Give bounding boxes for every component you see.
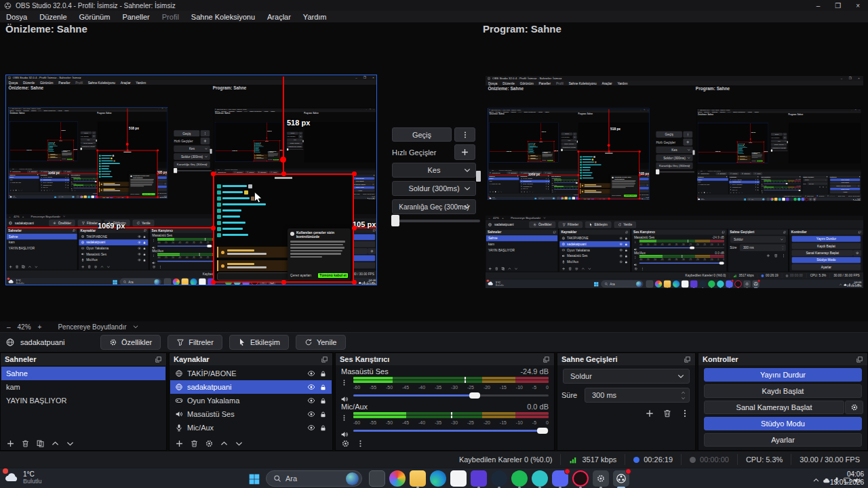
selection-handle[interactable] <box>281 280 286 285</box>
selection-handle[interactable] <box>352 280 357 285</box>
studio-mode-button[interactable]: Stüdyo Modu <box>704 417 862 430</box>
add-transition-button[interactable] <box>645 409 654 418</box>
preview-canvas[interactable]: OBS Studio 32.0.4 - Profil: İsimsiz - Sa… <box>5 75 377 285</box>
menu-duzenle[interactable]: Düzenle <box>33 13 73 21</box>
weather-widget[interactable]: 1°CBulutlu <box>4 470 42 485</box>
menu-sahne-koleksiyonu[interactable]: Sahne Koleksiyonu <box>185 13 261 21</box>
source-item-mic-aux[interactable]: Mic/Aux <box>170 421 332 434</box>
selection-handle[interactable] <box>352 226 357 230</box>
scene-item-sahne[interactable]: Sahne <box>1 367 165 380</box>
source-item-oyun-yakalama[interactable]: Oyun Yakalama <box>170 394 332 407</box>
app-icon[interactable] <box>532 470 548 487</box>
close-button[interactable]: × <box>856 2 860 9</box>
scene-filters-button[interactable] <box>36 439 45 448</box>
move-scene-down-button[interactable] <box>66 439 75 448</box>
selection-handle[interactable] <box>281 171 286 176</box>
mixer-settings-button[interactable] <box>341 439 350 448</box>
task-view-icon[interactable] <box>369 470 385 487</box>
scene-item-yayin-basliyor[interactable]: YAYIN BAŞLIYOR <box>1 394 165 407</box>
game-app-icon[interactable] <box>471 470 487 487</box>
zoom-out-button[interactable]: – <box>7 323 11 331</box>
remove-transition-button[interactable] <box>663 409 672 418</box>
duration-spinbox[interactable]: 300 ms <box>585 388 690 403</box>
properties-button[interactable]: Özellikler <box>100 335 161 350</box>
selection-handle[interactable] <box>211 171 216 176</box>
quick-transition-fade[interactable]: Soldur (300ms) <box>392 181 476 196</box>
transition-select[interactable]: Soldur <box>563 369 690 384</box>
move-source-down-button[interactable] <box>235 439 243 448</box>
lock-icon[interactable] <box>319 411 327 418</box>
lock-icon[interactable] <box>319 424 327 432</box>
program-canvas[interactable]: OBS Studio 32.0.4 - Profil: İsimsiz - Sa… <box>486 76 863 288</box>
channel-menu-icon[interactable] <box>340 411 348 424</box>
add-scene-button[interactable] <box>6 439 15 448</box>
spotify-icon[interactable] <box>511 470 528 487</box>
filters-button[interactable]: Filtreler <box>167 335 222 350</box>
edge-browser-icon[interactable] <box>430 470 446 487</box>
quick-transition-cut[interactable]: Kes <box>392 163 476 178</box>
lock-icon[interactable] <box>319 384 327 391</box>
start-button[interactable] <box>248 472 260 485</box>
move-source-up-button[interactable] <box>220 439 229 448</box>
selection-handle[interactable] <box>352 171 357 176</box>
selection-handle[interactable] <box>211 226 216 230</box>
menu-gorunum[interactable]: Görünüm <box>73 13 117 21</box>
transition-props-button[interactable] <box>680 409 690 418</box>
menu-dosya[interactable]: Dosya <box>0 13 33 21</box>
source-item-masaustu-ses[interactable]: Masaüstü Ses <box>170 407 332 421</box>
source-item-takip-abone[interactable]: TAKİP/ABONE <box>170 367 332 380</box>
title-bar[interactable]: OBS Studio 32.0.4 - Profil: İsimsiz - Sa… <box>0 0 868 11</box>
add-source-button[interactable] <box>175 439 184 448</box>
file-explorer-icon[interactable] <box>410 470 426 487</box>
remove-source-button[interactable] <box>190 439 199 448</box>
taskbar-clock[interactable]: 04:06 19.01.2026 <box>830 470 864 487</box>
discord-icon[interactable] <box>552 470 568 487</box>
zoom-in-button[interactable]: + <box>38 323 42 331</box>
selection-handle[interactable] <box>211 280 216 285</box>
visibility-icon[interactable] <box>307 410 315 418</box>
minimize-button[interactable]: – <box>816 2 821 9</box>
fit-to-window-dropdown[interactable]: Pencereye Boyutlandır <box>58 323 138 331</box>
popout-icon[interactable] <box>155 356 162 363</box>
remove-scene-button[interactable] <box>21 439 30 448</box>
popout-icon[interactable] <box>856 356 863 363</box>
scene-item-kam[interactable]: kam <box>1 380 165 394</box>
move-scene-up-button[interactable] <box>51 439 60 448</box>
microsoft-store-icon[interactable] <box>450 470 467 487</box>
stop-streaming-button[interactable]: Yayını Durdur <box>704 368 862 382</box>
menu-araclar[interactable]: Araçlar <box>261 13 297 21</box>
start-virtual-camera-button[interactable]: Sanal Kamerayı Başlat <box>704 401 844 414</box>
search-box[interactable]: Ara <box>266 470 362 487</box>
lock-icon[interactable] <box>319 397 327 405</box>
rotation-handle[interactable] <box>280 157 286 163</box>
popout-icon[interactable] <box>684 356 691 363</box>
add-quick-transition-button[interactable] <box>454 144 475 160</box>
visibility-icon[interactable] <box>307 396 315 405</box>
menu-profil[interactable]: Profil <box>156 13 185 21</box>
source-item-sadakatpuani[interactable]: sadakatpuani <box>170 380 332 394</box>
transition-menu-button[interactable] <box>454 127 475 142</box>
photos-app-icon[interactable] <box>389 470 406 487</box>
opera-gx-icon[interactable] <box>572 470 589 487</box>
menu-yardim[interactable]: Yardım <box>297 13 333 21</box>
menu-paneller[interactable]: Paneller <box>116 13 155 21</box>
visibility-icon[interactable] <box>307 383 315 391</box>
visibility-icon[interactable] <box>307 424 315 432</box>
tbar-track[interactable] <box>392 220 480 222</box>
settings-button[interactable]: Ayarlar <box>704 433 862 447</box>
channel-menu-icon[interactable] <box>340 376 348 388</box>
tray-expand-chevron[interactable] <box>812 474 820 486</box>
volume-slider[interactable] <box>353 428 549 434</box>
mixer-menu-button[interactable] <box>356 439 365 448</box>
source-properties-button[interactable] <box>205 439 214 448</box>
transition-button[interactable]: Geçiş <box>392 127 452 142</box>
refresh-button[interactable]: Yenile <box>296 335 346 350</box>
volume-slider[interactable] <box>353 392 549 399</box>
start-recording-button[interactable]: Kaydı Başlat <box>704 384 862 398</box>
restore-button[interactable]: ❐ <box>835 2 841 9</box>
tbar-handle[interactable] <box>391 215 399 226</box>
steam-icon[interactable] <box>491 470 507 487</box>
obs-taskbar-icon[interactable] <box>613 470 629 487</box>
visibility-icon[interactable] <box>307 369 315 378</box>
settings-icon[interactable] <box>593 470 609 487</box>
